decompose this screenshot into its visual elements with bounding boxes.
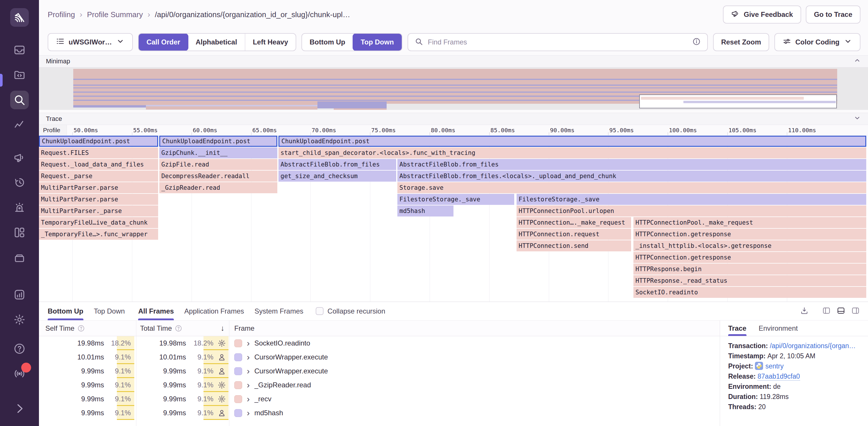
minimap-selection[interactable] [639,94,837,108]
project-link[interactable]: sentry [765,362,784,370]
table-row[interactable]: 19.98ms18.2%19.98ms18.2%›SocketIO.readin… [39,336,720,350]
expand-chevron-icon[interactable]: › [247,339,250,348]
collapse-recursion-checkbox[interactable] [316,307,323,315]
panel-bottom-icon[interactable] [837,306,845,316]
expand-chevron-icon[interactable]: › [247,367,250,375]
flame-frame[interactable]: AbstractFileBlob.from_files.<locals>._up… [397,171,866,182]
flame-frame[interactable]: FilestoreStorage._save [517,194,866,205]
flame-frame[interactable]: HTTPConnection.getresponse [633,229,866,240]
releases-icon[interactable] [10,248,29,267]
flame-frame[interactable]: MultiPartParser._parse [39,205,158,217]
column-total-time[interactable]: Total Time ↓ [136,324,229,333]
breadcrumb: Profiling›Profile Summary›/api/0/organiz… [48,10,350,19]
flame-frame[interactable]: ChunkUploadEndpoint.post [278,136,866,147]
flame-frame[interactable]: _install_httplib.<locals>.getresponse [633,240,866,251]
dashboards-icon[interactable] [10,223,29,242]
panel-right-icon[interactable] [851,306,860,316]
flame-frame[interactable]: HTTPConnectionPool._make_request [633,217,866,228]
tab-bottom-up[interactable]: Bottom Up [48,302,84,320]
broadcast-icon[interactable] [10,364,29,383]
flame-frame[interactable]: get_size_and_checksum [278,171,396,182]
stats-icon[interactable] [10,285,29,304]
flame-frame[interactable]: TemporaryFileU…ive_data_chunk [39,217,158,228]
flame-frame[interactable]: HTTPConnection.request [517,229,631,240]
sort-option-alphabetical[interactable]: Alphabetical [188,34,245,51]
breadcrumb-link[interactable]: Profile Summary [87,10,143,19]
flame-frame[interactable]: MultiPartParser.parse [39,194,158,205]
flame-frame[interactable]: Request._parse [39,171,158,182]
frame-name: _GzipReader.read [254,381,311,389]
direction-option-top-down[interactable]: Top Down [352,33,402,51]
expand-chevron-icon[interactable]: › [247,353,250,361]
flame-frame[interactable]: GzipFile.read [159,159,277,170]
flame-frame[interactable]: MultiPartParser.parse [39,182,158,193]
panel-left-icon[interactable] [822,306,831,316]
flame-frame[interactable]: HTTPConnection.getresponse [633,252,866,263]
table-row[interactable]: 9.99ms9.1%9.99ms9.1%›CursorWrapper.execu… [39,364,720,378]
flame-frame[interactable]: AbstractFileBlob.from_files [397,159,866,170]
flame-frame[interactable]: HTTPConnection.send [517,240,631,251]
flame-frame[interactable]: Request.FILES [39,147,158,158]
explore-icon[interactable] [10,91,29,109]
release-link[interactable]: 87aab1d9cfa0 [757,372,800,381]
flame-frame[interactable]: HTTPConnectionPool.urlopen [517,205,866,217]
transaction-link[interactable]: /api/0/organizations/{organ… [770,342,856,350]
details-tab-environment[interactable]: Environment [759,321,798,336]
flame-frame[interactable]: Request._load_data_and_files [39,159,158,170]
details-tab-trace[interactable]: Trace [728,321,746,336]
tab-system-frames[interactable]: System Frames [255,302,304,320]
thread-selector[interactable]: uWSGIWor… [48,33,133,51]
download-icon[interactable] [800,306,809,316]
flame-frame[interactable]: md5hash [397,205,454,217]
expand-chevron-icon[interactable]: › [247,381,250,389]
table-row[interactable]: 9.99ms9.1%9.99ms9.1%›_recv [39,392,720,406]
table-row[interactable]: 9.99ms9.1%9.99ms9.1%›_GzipReader.read [39,378,720,392]
alerts-icon[interactable] [10,198,29,217]
minimap[interactable] [39,67,868,110]
flame-frame[interactable]: HTTPConnection…._make_request [517,217,631,228]
sort-option-call-order[interactable]: Call Order [138,33,188,51]
column-self-time[interactable]: Self Time [39,324,136,332]
direction-option-bottom-up[interactable]: Bottom Up [302,34,353,51]
flame-frame[interactable]: ChunkUploadEndpoint.post [159,136,277,147]
chevron-down-icon[interactable] [854,114,861,124]
reset-zoom-button[interactable]: Reset Zoom [713,33,769,51]
flame-frame[interactable]: HTTPResponse._read_status [633,275,866,286]
replays-icon[interactable] [10,173,29,192]
chevron-up-icon[interactable] [854,57,861,66]
projects-icon[interactable] [10,66,29,84]
metrics-icon[interactable] [10,116,29,134]
flame-frame[interactable]: HTTPResponse.begin [633,264,866,274]
expand-chevron-icon[interactable]: › [247,395,250,403]
sort-option-left-heavy[interactable]: Left Heavy [245,34,296,51]
collapse-icon[interactable] [10,399,29,418]
flame-frame[interactable]: ChunkUploadEndpoint.post [39,136,158,147]
flame-frame[interactable]: _GzipReader.read [159,182,277,193]
flame-frame[interactable]: DecompressReader.readall [159,171,277,182]
column-frame[interactable]: Frame [229,324,720,332]
breadcrumb-link[interactable]: Profiling [48,10,75,19]
flame-frame[interactable]: Storage.save [397,182,866,193]
table-row[interactable]: 9.99ms9.1%9.99ms9.1%›md5hash [39,406,720,420]
flame-frame[interactable]: start_child_span_decorator.<locals>.func… [278,147,866,158]
flame-frame[interactable]: GzipChunk.__init__ [159,147,277,158]
find-frames-search[interactable]: Find Frames [407,33,708,51]
flamegraph[interactable]: ChunkUploadEndpoint.postChunkUploadEndpo… [39,135,868,302]
flame-frame[interactable]: _TemporaryFile…>.func_wrapper [39,229,158,240]
expand-chevron-icon[interactable]: › [247,408,250,417]
go-to-trace-button[interactable]: Go to Trace [806,5,861,24]
tab-all-frames[interactable]: All Frames [138,302,174,320]
table-row[interactable]: 10.01ms9.1%10.01ms9.1%›CursorWrapper.exe… [39,350,720,364]
feedback-icon[interactable] [10,148,29,167]
tab-application-frames[interactable]: Application Frames [184,302,244,320]
color-coding-button[interactable]: Color Coding [774,33,861,51]
sentry-logo-icon[interactable] [10,8,29,27]
flame-frame[interactable]: FilestoreStorage._save [397,194,514,205]
issues-icon[interactable] [10,41,29,59]
tab-top-down[interactable]: Top Down [94,302,125,320]
settings-icon[interactable] [10,310,29,329]
help-icon[interactable] [10,339,29,358]
flame-frame[interactable]: AbstractFileBlob.from_files [278,159,396,170]
give-feedback-button[interactable]: Give Feedback [723,5,801,24]
flame-frame[interactable]: SocketIO.readinto [633,287,866,298]
